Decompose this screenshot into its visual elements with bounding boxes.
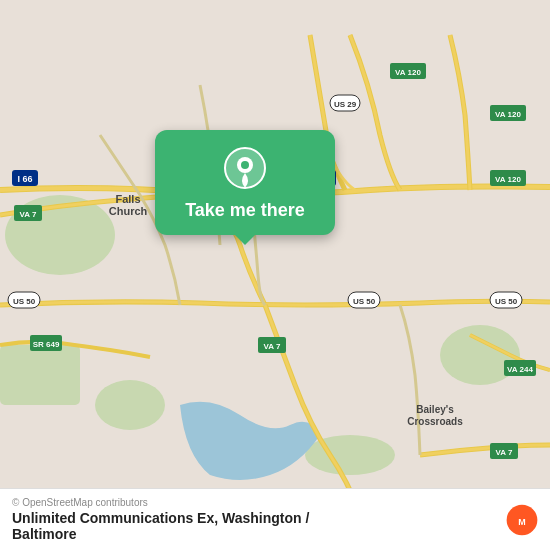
map-container: I 66 I 66 VA 7 US 29 VA 120 VA 120 VA 12… [0, 0, 550, 550]
take-me-there-button[interactable]: Take me there [185, 200, 305, 221]
svg-point-40 [241, 161, 249, 169]
svg-text:SR 649: SR 649 [33, 340, 60, 349]
svg-text:VA 7: VA 7 [264, 342, 281, 351]
svg-text:VA 244: VA 244 [507, 365, 533, 374]
location-name: Unlimited Communications Ex, Washington … [12, 510, 309, 542]
location-pin-icon [223, 146, 267, 190]
bottom-bar: © OpenStreetMap contributors Unlimited C… [0, 488, 550, 550]
svg-text:US 50: US 50 [495, 297, 518, 306]
copyright-text: © OpenStreetMap contributors [12, 497, 309, 508]
moovit-icon: M [506, 504, 538, 536]
svg-text:Church: Church [109, 205, 148, 217]
svg-text:Bailey's: Bailey's [416, 404, 454, 415]
popup-card: Take me there [155, 130, 335, 235]
svg-text:I 66: I 66 [17, 174, 32, 184]
svg-rect-5 [0, 345, 80, 405]
map-background: I 66 I 66 VA 7 US 29 VA 120 VA 120 VA 12… [0, 0, 550, 550]
bottom-bar-left: © OpenStreetMap contributors Unlimited C… [12, 497, 309, 542]
svg-text:VA 120: VA 120 [395, 68, 421, 77]
svg-text:Crossroads: Crossroads [407, 416, 463, 427]
svg-text:Falls: Falls [115, 193, 140, 205]
svg-text:M: M [518, 517, 525, 527]
svg-text:US 50: US 50 [13, 297, 36, 306]
moovit-logo: M [506, 504, 538, 536]
svg-text:VA 7: VA 7 [20, 210, 37, 219]
svg-point-3 [95, 380, 165, 430]
svg-text:US 29: US 29 [334, 100, 357, 109]
svg-text:VA 120: VA 120 [495, 110, 521, 119]
svg-text:VA 120: VA 120 [495, 175, 521, 184]
svg-text:US 50: US 50 [353, 297, 376, 306]
svg-text:VA 7: VA 7 [496, 448, 513, 457]
